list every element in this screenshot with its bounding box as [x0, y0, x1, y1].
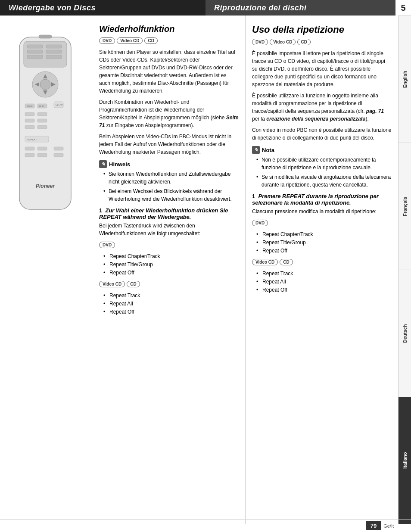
- footer-page-number: 79: [366, 521, 381, 530]
- german-intro1: Sie können den Player so einstellen, das…: [99, 48, 239, 95]
- german-dvd-badge-row: DVD: [99, 242, 239, 248]
- italian-dvd-list: Repeat Chapter/Track Repeat Title/Group …: [252, 230, 392, 255]
- italian-badge-cd: CD: [297, 39, 310, 45]
- main-layout: STOP PLAY CLEAR REPEAT: [0, 16, 411, 524]
- german-vcd-item-1: Repeat Track: [103, 292, 239, 300]
- german-section: Wiederholfunktion DVD Video CD CD Sie kö…: [95, 16, 246, 524]
- german-vcd-item-3: Repeat Off: [103, 308, 239, 316]
- german-badge-dvd: DVD: [99, 37, 115, 44]
- svg-rect-30: [54, 147, 63, 150]
- lang-tabs: English Français Deutsch Italiano: [398, 16, 411, 524]
- svg-rect-23: [37, 119, 47, 122]
- svg-rect-22: [25, 119, 34, 122]
- italian-vcd-item-1: Repeat Track: [256, 270, 392, 278]
- svg-rect-2: [27, 45, 43, 48]
- header-title-left: Wiedergabe von Discs: [9, 3, 96, 12]
- italian-note-item-2: Se si modifica la visuale di angolazione…: [256, 173, 392, 189]
- italian-section-title: Uso della ripetizione: [252, 24, 392, 35]
- german-dvd-badge: DVD: [99, 242, 115, 248]
- italian-vcd-list: Repeat Track Repeat All Repeat Off: [252, 270, 392, 295]
- italian-vcd-badge-row: Video CD CD: [252, 259, 392, 265]
- italian-note-header: ✎ Nota: [252, 146, 392, 154]
- lang-tab-francais[interactable]: Français: [399, 143, 411, 270]
- svg-point-9: [40, 79, 50, 90]
- german-vcd-list: Repeat Track Repeat All Repeat Off: [99, 292, 239, 317]
- svg-rect-29: [37, 147, 47, 150]
- svg-rect-28: [25, 147, 34, 150]
- german-vcd-item-2: Repeat All: [103, 300, 239, 308]
- italian-intro3: Con video in modo PBC non è possibile ut…: [252, 126, 392, 142]
- italian-dvd-badge-row: DVD: [252, 220, 392, 226]
- header-title-right: Riproduzione dei dischi: [214, 3, 307, 12]
- svg-rect-20: [25, 112, 34, 116]
- german-note-item-2: Bei einem Wechsel des Blickwinkels währe…: [103, 187, 239, 203]
- lang-tab-deutsch[interactable]: Deutsch: [399, 270, 411, 397]
- german-step1-heading: Zur Wahl einer Wiederholfunktion drücken…: [99, 207, 228, 220]
- italian-step1-title: 1 Premere REPEAT durante la riproduzione…: [252, 193, 392, 206]
- italian-dvd-badge: DVD: [252, 220, 268, 226]
- german-note-list: Sie können Wiederholfunktion und Zufalls…: [99, 170, 239, 203]
- german-note-header: ✎ Hinweis: [99, 160, 239, 168]
- german-note-title: Hinweis: [109, 161, 130, 168]
- german-badge-vcd: Video CD: [117, 37, 143, 44]
- lang-tab-italiano[interactable]: Italiano: [399, 397, 411, 524]
- footer-code: Ge/It: [383, 523, 394, 529]
- italian-cd-badge: CD: [280, 259, 293, 265]
- german-note-icon: ✎: [99, 160, 107, 168]
- svg-rect-33: [54, 153, 63, 157]
- german-step1-desc: Bei jedem Tastendruck wird zwischen den …: [99, 222, 239, 237]
- italian-note-box: ✎ Nota Non è possibile utilizzare contem…: [252, 146, 392, 189]
- italian-intro1: È possibile impostare il lettore per la …: [252, 50, 392, 88]
- italian-badge-row: DVD Video CD CD: [252, 39, 392, 45]
- german-dvd-item-3: Repeat Off: [103, 269, 239, 277]
- svg-rect-24: [25, 125, 34, 129]
- italian-dvd-item-1: Repeat Chapter/Track: [256, 230, 392, 239]
- svg-rect-3: [27, 50, 43, 53]
- german-note-box: ✎ Hinweis Sie können Wiederholfunktion u…: [99, 160, 239, 203]
- svg-text:REPEAT: REPEAT: [27, 138, 37, 141]
- svg-text:Pioneer: Pioneer: [36, 183, 55, 189]
- footer: 79 Ge/It: [0, 519, 411, 532]
- lang-tab-english[interactable]: English: [399, 16, 411, 143]
- german-intro3: Beim Abspielen von Video-CDs im PBC-Modu…: [99, 133, 239, 156]
- svg-rect-25: [37, 125, 47, 129]
- german-vcd-badge: Video CD: [99, 281, 125, 287]
- german-dvd-item-1: Repeat Chapter/Track: [103, 252, 239, 261]
- italian-section: Uso della ripetizione DVD Video CD CD È …: [246, 16, 398, 524]
- german-section-title: Wiederholfunktion: [99, 24, 239, 34]
- german-cd-badge: CD: [127, 281, 140, 287]
- svg-rect-32: [37, 153, 47, 157]
- header-left: Wiedergabe von Discs: [0, 0, 206, 16]
- svg-rect-4: [27, 55, 43, 59]
- italian-intro2: È possibile utilizzare la funzione in og…: [252, 92, 392, 123]
- left-panel: STOP PLAY CLEAR REPEAT: [0, 16, 95, 524]
- italian-step1-desc: Ciascuna pressione modifica la modalità …: [252, 208, 392, 215]
- svg-rect-6: [46, 50, 62, 53]
- italian-note-icon: ✎: [252, 146, 260, 154]
- german-intro2: Durch Kombination von Wiederhol- und Pro…: [99, 98, 239, 129]
- german-step1: 1 Zur Wahl einer Wiederholfunktion drück…: [99, 207, 239, 237]
- italian-badge-dvd: DVD: [252, 39, 268, 45]
- svg-rect-7: [46, 55, 62, 59]
- svg-rect-31: [25, 153, 34, 157]
- svg-text:PLAY: PLAY: [39, 105, 45, 108]
- german-dvd-item-2: Repeat Title/Group: [103, 261, 239, 269]
- german-badge-row: DVD Video CD CD: [99, 37, 239, 44]
- svg-text:STOP: STOP: [27, 105, 33, 108]
- italian-vcd-item-3: Repeat Off: [256, 286, 392, 294]
- svg-rect-35: [39, 35, 52, 38]
- svg-rect-21: [37, 112, 47, 116]
- content-area: Wiederholfunktion DVD Video CD CD Sie kö…: [95, 16, 411, 524]
- header-bar: Wiedergabe von Discs Riproduzione dei di…: [0, 0, 411, 16]
- italian-note-item-1: Non è possibile utilizzare contemporanea…: [256, 156, 392, 171]
- page-section-number: 5: [395, 0, 411, 16]
- header-right: Riproduzione dei dischi 5: [206, 0, 411, 16]
- italian-note-title: Nota: [262, 147, 274, 153]
- italian-vcd-badge: Video CD: [252, 259, 278, 265]
- italian-vcd-item-2: Repeat All: [256, 278, 392, 286]
- german-badge-cd: CD: [144, 37, 157, 44]
- italian-step1-heading: Premere REPEAT durante la riproduzione p…: [252, 193, 379, 206]
- remote-image: STOP PLAY CLEAR REPEAT: [11, 33, 84, 215]
- svg-rect-5: [46, 45, 62, 48]
- german-vcd-badge-row: Video CD CD: [99, 281, 239, 287]
